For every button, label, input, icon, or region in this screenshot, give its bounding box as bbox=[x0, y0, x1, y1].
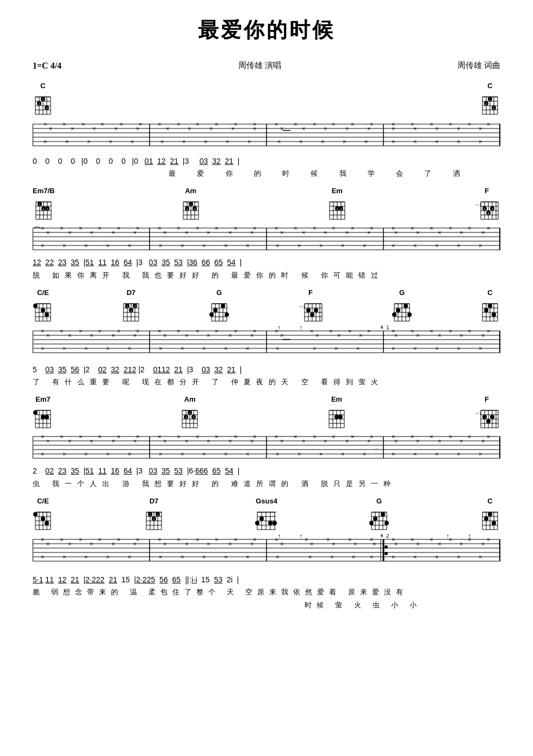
svg-text:×: × bbox=[250, 332, 253, 339]
svg-text:×: × bbox=[277, 138, 281, 145]
svg-text:×: × bbox=[449, 121, 452, 127]
svg-text:×: × bbox=[207, 438, 210, 444]
chord-f-3: F →1 bbox=[473, 395, 500, 430]
svg-text:×: × bbox=[280, 332, 283, 339]
svg-text:×: × bbox=[246, 242, 249, 249]
chord-C-2: C 1 2 3 bbox=[480, 82, 500, 116]
svg-text:3: 3 bbox=[134, 305, 136, 308]
lyrics-2: 脱 如果你离开 我 我也要好好 的 最爱你的时 候 你可能错过 bbox=[33, 271, 500, 280]
svg-text:×: × bbox=[136, 125, 139, 132]
svg-text:×: × bbox=[111, 438, 115, 444]
svg-text:×: × bbox=[90, 438, 93, 444]
svg-text:×: × bbox=[84, 242, 88, 249]
svg-text:×: × bbox=[63, 451, 66, 457]
svg-text:×: × bbox=[438, 332, 441, 339]
svg-text:×: × bbox=[79, 225, 82, 231]
svg-point-421 bbox=[45, 415, 49, 419]
svg-text:×: × bbox=[98, 225, 101, 231]
svg-text:×: × bbox=[479, 125, 482, 132]
svg-text:×: × bbox=[275, 536, 278, 543]
svg-text:×: × bbox=[202, 451, 206, 457]
svg-text:2: 2 bbox=[43, 207, 45, 211]
svg-point-286 bbox=[209, 312, 214, 317]
svg-text:×: × bbox=[185, 438, 188, 444]
svg-text:×: × bbox=[332, 121, 335, 127]
svg-point-302 bbox=[306, 308, 311, 312]
svg-text:2: 2 bbox=[336, 207, 338, 211]
lyrics-5: 脆 弱想念带来的 温 柔包住了整个 天 空原来我依然爱着 原来爱没有 bbox=[33, 587, 500, 597]
svg-text:—: — bbox=[283, 335, 290, 343]
svg-text:×: × bbox=[330, 554, 333, 560]
svg-point-595 bbox=[373, 517, 377, 521]
svg-text:×: × bbox=[394, 229, 398, 236]
svg-text:×: × bbox=[394, 332, 398, 339]
svg-text:×: × bbox=[413, 125, 417, 132]
svg-text:×: × bbox=[133, 438, 137, 444]
svg-text:×: × bbox=[354, 540, 357, 547]
svg-text:×: × bbox=[299, 138, 302, 145]
svg-text:×: × bbox=[413, 554, 417, 560]
svg-text:×: × bbox=[326, 536, 330, 543]
svg-text:×: × bbox=[177, 328, 180, 334]
svg-text:×: × bbox=[310, 540, 313, 547]
svg-text:×: × bbox=[315, 332, 319, 339]
svg-text:3: 3 bbox=[194, 207, 195, 211]
svg-text:×: × bbox=[204, 138, 207, 145]
svg-text:×: × bbox=[308, 554, 312, 560]
svg-text:×: × bbox=[44, 138, 47, 145]
svg-text:×: × bbox=[438, 438, 441, 444]
svg-text:×: × bbox=[298, 242, 301, 249]
svg-point-316 bbox=[396, 308, 400, 312]
svg-text:×: × bbox=[158, 121, 161, 127]
svg-point-287 bbox=[213, 308, 218, 312]
svg-text:×: × bbox=[63, 242, 66, 249]
svg-text:×: × bbox=[460, 332, 463, 339]
svg-text:×: × bbox=[373, 540, 376, 547]
svg-text:×: × bbox=[341, 451, 344, 457]
chord-diagram-C: 1 2 3 bbox=[33, 91, 53, 116]
svg-text:×: × bbox=[438, 229, 441, 236]
svg-text:×: × bbox=[79, 536, 82, 543]
svg-text:3: 3 bbox=[193, 416, 195, 419]
svg-text:×: × bbox=[332, 225, 335, 231]
chord-d7-2: D7 1 3 2 bbox=[144, 497, 164, 532]
svg-point-464 bbox=[490, 415, 494, 419]
svg-text:×: × bbox=[329, 328, 332, 334]
svg-text:↑: ↑ bbox=[299, 325, 302, 331]
chord-em-2: Em bbox=[326, 395, 347, 430]
svg-text:×: × bbox=[41, 242, 44, 249]
svg-text:×: × bbox=[196, 536, 199, 543]
svg-text:×: × bbox=[60, 225, 63, 231]
svg-point-463 bbox=[486, 419, 491, 423]
svg-text:×: × bbox=[367, 125, 370, 132]
svg-point-597 bbox=[385, 521, 389, 525]
section-2: Em7/B 1 2 3 bbox=[33, 187, 500, 280]
svg-text:×: × bbox=[117, 225, 120, 231]
svg-text:×: × bbox=[49, 125, 52, 132]
svg-text:×: × bbox=[302, 125, 305, 132]
svg-text:2: 2 bbox=[484, 207, 485, 211]
svg-text:×: × bbox=[224, 451, 227, 457]
svg-text:×: × bbox=[392, 138, 395, 145]
svg-text:×: × bbox=[460, 540, 463, 547]
svg-text:×: × bbox=[280, 540, 283, 547]
svg-text:×: × bbox=[68, 229, 71, 236]
chord-em: Em 2 3 bbox=[327, 187, 348, 222]
svg-text:×: × bbox=[468, 225, 471, 231]
svg-text:×: × bbox=[117, 328, 120, 334]
svg-text:×: × bbox=[114, 125, 117, 132]
svg-text:×: × bbox=[487, 433, 490, 440]
svg-text:×: × bbox=[392, 554, 395, 560]
svg-text:×: × bbox=[224, 345, 227, 352]
svg-text:×: × bbox=[370, 554, 373, 560]
svg-point-331 bbox=[492, 312, 496, 317]
svg-text:—: — bbox=[283, 126, 290, 134]
svg-text:×: × bbox=[185, 332, 188, 339]
tab-staff-5: ↑ ↑ ↑ ↑ 𝄋 2 ×××××× ×××××× ××××× ×××××× ×… bbox=[33, 534, 500, 571]
svg-text:×: × bbox=[394, 540, 398, 547]
svg-text:×: × bbox=[411, 328, 414, 334]
svg-text:×: × bbox=[160, 138, 164, 145]
svg-text:×: × bbox=[163, 229, 166, 236]
svg-point-583 bbox=[272, 521, 277, 525]
svg-point-553 bbox=[45, 521, 49, 525]
